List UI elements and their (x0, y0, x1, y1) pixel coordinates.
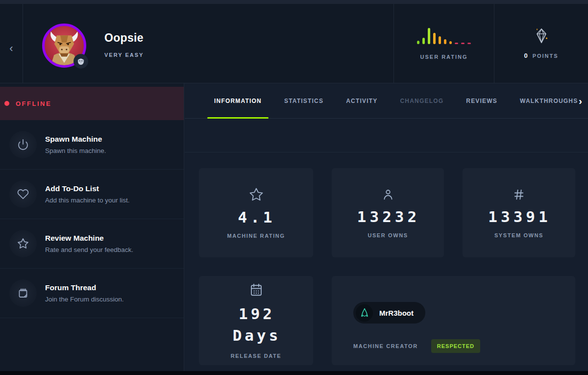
card-machine-creator: MrR3boot MACHINE CREATOR RESPECTED (332, 276, 575, 365)
star-icon (249, 187, 264, 202)
machine-name: Oopsie (104, 31, 144, 45)
machine-sidebar: OFFLINE Spawn Machine Spawn this machine… (0, 83, 184, 371)
content-divider (185, 152, 588, 152)
creator-profile-pill[interactable]: MrR3boot (353, 302, 425, 324)
respected-badge: RESPECTED (431, 339, 480, 353)
tab-statistics[interactable]: STATISTICS (273, 83, 335, 118)
os-badge (74, 54, 88, 69)
rating-bar (455, 43, 458, 44)
status-dot-icon (4, 101, 9, 106)
card-release-date: 192 Days RELEASE DATE (199, 276, 313, 365)
creator-emblem-icon (359, 307, 370, 318)
sidebar-item-desc: Spawn this machine. (45, 147, 106, 154)
machine-header: ‹ (0, 4, 588, 83)
creator-avatar (356, 304, 373, 322)
main-content: INFORMATION STATISTICS ACTIVITY CHANGELO… (185, 83, 588, 371)
user-rating-chart (417, 27, 471, 44)
system-owns-value: 13391 (487, 208, 551, 225)
sidebar-item-title: Forum Thread (45, 283, 124, 292)
rating-bar (422, 38, 425, 44)
sidebar-item-forum-thread[interactable]: Forum Thread Join the Forum discussion. (0, 269, 184, 318)
release-date-value: 192 Days (231, 303, 281, 346)
rating-bar (444, 39, 446, 44)
tab-reviews[interactable]: REVIEWS (455, 83, 509, 118)
machine-rating-value: 4.1 (237, 208, 276, 226)
sidebar-item-title: Spawn Machine (45, 135, 106, 144)
window-bottom-strip (0, 371, 588, 375)
window-top-strip (0, 0, 588, 4)
card-system-owns: 13391 SYSTEM OWNS (463, 168, 575, 257)
notepad-icon (9, 279, 37, 307)
user-rating-label: USER RATING (420, 54, 468, 60)
points-line: 0 POINTS (524, 52, 558, 59)
back-button[interactable]: ‹ (5, 42, 18, 56)
user-rating-section: USER RATING (394, 4, 494, 83)
hash-icon (512, 188, 526, 201)
sidebar-item-desc: Add this machine to your list. (45, 197, 130, 204)
card-user-owns: 13232 USER OWNS (332, 168, 444, 257)
card-machine-rating: 4.1 MACHINE RATING (199, 168, 313, 257)
sidebar-item-title: Review Machine (45, 234, 133, 243)
status-banner: OFFLINE (0, 87, 184, 120)
calendar-icon (249, 282, 264, 297)
points-label: POINTS (533, 53, 559, 59)
sidebar-item-spawn-machine[interactable]: Spawn Machine Spawn this machine. (0, 120, 184, 170)
points-value: 0 (524, 52, 527, 59)
left-rail: ‹ (0, 4, 23, 83)
gem-points-icon (535, 27, 548, 44)
sidebar-item-desc: Rate and send your feedback. (45, 246, 133, 253)
machine-rating-label: MACHINE RATING (227, 233, 285, 239)
sidebar-item-add-todo[interactable]: Add To-Do List Add this machine to your … (0, 170, 184, 219)
machine-difficulty: VERY EASY (104, 52, 144, 58)
person-icon (381, 188, 395, 201)
linux-penguin-icon (76, 57, 85, 66)
tab-information[interactable]: INFORMATION (203, 83, 273, 118)
release-days-number: 192 (231, 303, 281, 325)
system-owns-label: SYSTEM OWNS (494, 232, 543, 238)
creator-name: MrR3boot (379, 309, 414, 317)
sidebar-item-review-machine[interactable]: Review Machine Rate and send your feedba… (0, 219, 184, 269)
tab-bar: INFORMATION STATISTICS ACTIVITY CHANGELO… (185, 83, 588, 119)
creator-meta-row: MACHINE CREATOR RESPECTED (353, 339, 480, 353)
release-days-unit: Days (231, 325, 281, 346)
power-icon (9, 131, 37, 158)
rating-bar (417, 41, 419, 44)
machine-title-block: Oopsie VERY EASY (104, 31, 144, 58)
machine-avatar (42, 24, 86, 68)
sidebar-item-desc: Join the Forum discussion. (45, 296, 124, 303)
status-label: OFFLINE (16, 100, 51, 107)
rating-bar (428, 28, 430, 44)
rating-bar (461, 43, 465, 44)
rating-bar (467, 43, 471, 44)
stats-card-grid: 4.1 MACHINE RATING 13232 USER OWNS (199, 168, 575, 365)
tab-walkthroughs[interactable]: WALKTHROUGHS (509, 83, 588, 118)
release-date-label: RELEASE DATE (231, 353, 281, 359)
machine-profile-page: ‹ (0, 0, 588, 375)
sidebar-item-title: Add To-Do List (45, 184, 130, 193)
tab-changelog[interactable]: CHANGELOG (389, 83, 455, 118)
user-owns-label: USER OWNS (368, 232, 408, 238)
heart-icon (9, 180, 37, 208)
tab-activity[interactable]: ACTIVITY (335, 83, 389, 118)
tabs-scroll-right-icon[interactable]: › (579, 83, 582, 119)
star-icon (9, 230, 37, 257)
rating-bar (439, 36, 441, 44)
user-owns-value: 13232 (356, 208, 420, 225)
rating-bar (449, 41, 452, 44)
creator-label: MACHINE CREATOR (353, 343, 418, 349)
points-section: 0 POINTS (494, 4, 588, 83)
rating-bar (433, 33, 436, 44)
